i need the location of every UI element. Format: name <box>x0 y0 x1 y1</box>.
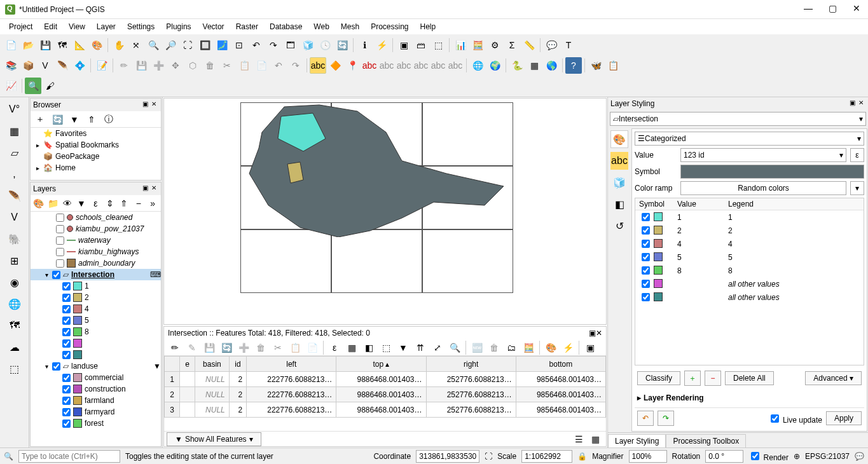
menu-vector[interactable]: Vector <box>198 21 230 32</box>
label-highlight-icon[interactable]: abc <box>361 57 378 74</box>
layer-visibility-checkbox[interactable] <box>52 362 60 371</box>
value-expression-button[interactable]: ε <box>850 148 864 162</box>
crs-button[interactable]: EPSG:21037 <box>805 452 850 461</box>
styling-close-icon[interactable]: ✕ <box>857 99 865 108</box>
row-header[interactable]: 2 <box>165 387 180 402</box>
cell[interactable] <box>180 387 195 402</box>
add-raster-icon[interactable]: ▦ <box>5 121 24 140</box>
new-project-icon[interactable]: 📄 <box>3 37 19 53</box>
attr-save-icon[interactable]: 💾 <box>201 339 217 356</box>
column-header[interactable]: right <box>426 357 516 372</box>
attr-deselect-icon[interactable]: ⬚ <box>378 339 394 356</box>
class-legend[interactable]: 2 <box>724 224 864 237</box>
label-hide-icon[interactable]: abc <box>447 57 464 74</box>
attr-move-top-icon[interactable]: ⇈ <box>412 339 429 356</box>
maximize-button[interactable]: ▢ <box>826 3 839 16</box>
locator-input[interactable] <box>18 450 120 463</box>
zoom-native-icon[interactable]: ⊡ <box>231 37 247 53</box>
identify-icon[interactable]: ℹ <box>356 37 373 53</box>
temporal-controller-icon[interactable]: 🕓 <box>317 37 333 53</box>
python-console-icon[interactable]: 🐍 <box>509 57 525 74</box>
class-visibility-checkbox[interactable] <box>62 328 71 336</box>
class-checkbox[interactable] <box>642 253 650 261</box>
class-item[interactable]: 8 <box>85 327 89 336</box>
add-wfs-icon[interactable]: ⬚ <box>5 359 24 378</box>
attr-addfeature-icon[interactable]: ➕ <box>235 339 252 356</box>
extents-icon[interactable]: ⛶ <box>485 452 492 461</box>
style-manager-icon[interactable]: 🎨 <box>88 37 105 53</box>
add-mesh-icon[interactable]: ▱ <box>5 143 24 162</box>
menu-processing[interactable]: Processing <box>366 21 413 32</box>
add-delimited-icon[interactable]: , <box>5 165 24 184</box>
layer-item[interactable]: kiambu_highways <box>78 247 139 256</box>
action-icon[interactable]: ⚡ <box>373 37 390 53</box>
close-button[interactable]: ✕ <box>850 3 863 16</box>
globe-icon[interactable]: 🌎 <box>543 57 560 74</box>
attr-form-view-icon[interactable]: ☰ <box>570 431 587 447</box>
attr-pan-sel-icon[interactable]: ⤢ <box>429 339 446 356</box>
attr-delete-icon[interactable]: 🗑 <box>252 339 269 356</box>
label-move-icon[interactable]: abc <box>378 57 395 74</box>
class-item[interactable]: 4 <box>85 304 89 313</box>
cut-features-icon[interactable]: ✂ <box>219 57 235 74</box>
layers-close-icon[interactable]: ✕ <box>149 184 158 193</box>
map-canvas[interactable] <box>163 98 607 325</box>
add-spatialite-icon[interactable]: 🪶 <box>5 186 24 205</box>
cell[interactable]: 9886468.001403… <box>336 372 426 387</box>
attribute-table-grid[interactable]: ebasinidlefttop ▴rightbottom 1NULL222277… <box>164 356 606 418</box>
browser-filter-icon[interactable]: ▼ <box>66 111 83 128</box>
cell[interactable]: 222776.6088213… <box>247 387 336 402</box>
attr-actions-icon[interactable]: ⚡ <box>560 339 576 356</box>
open-project-icon[interactable]: 📂 <box>20 37 36 53</box>
new-virtual-layer-icon[interactable]: 💠 <box>71 57 88 74</box>
measure-icon[interactable]: 📏 <box>521 37 537 53</box>
coord-input[interactable] <box>416 450 479 463</box>
class-checkbox[interactable] <box>642 213 650 221</box>
annotation-icon[interactable]: T <box>560 37 577 53</box>
menu-raster[interactable]: Raster <box>231 21 263 32</box>
attr-cut-icon[interactable]: ✂ <box>270 339 286 356</box>
layer-item[interactable]: kiambu_pow_21037 <box>76 224 144 233</box>
new-3d-view-icon[interactable]: 🧊 <box>300 37 316 53</box>
attr-reload-icon[interactable]: 🔄 <box>218 339 235 356</box>
attr-delfield-icon[interactable]: 🗑 <box>486 339 502 356</box>
deselect-icon[interactable]: ⬚ <box>430 37 446 53</box>
label-change-icon[interactable]: abc <box>413 57 429 74</box>
magnifier-input[interactable] <box>629 450 667 463</box>
cell[interactable]: 252776.6088213… <box>426 402 516 418</box>
class-value[interactable]: 1 <box>673 210 724 224</box>
add-postgis-icon[interactable]: 🐘 <box>5 229 24 249</box>
attr-fieldcalc-icon[interactable]: 🧮 <box>520 339 537 356</box>
menu-plugins[interactable]: Plugins <box>161 21 196 32</box>
messages-icon[interactable]: 💬 <box>855 452 864 461</box>
new-map-view-icon[interactable]: 🗔 <box>282 37 299 53</box>
layer-visibility-checkbox[interactable] <box>56 259 64 268</box>
attr-filter-sel-icon[interactable]: ▼ <box>395 339 411 356</box>
attr-table-view-icon[interactable]: ▦ <box>587 431 603 447</box>
class-checkbox[interactable] <box>642 293 650 301</box>
zoom-selection-icon[interactable]: 🔲 <box>196 37 213 53</box>
cell[interactable]: 9856468.001403… <box>516 402 605 418</box>
class-item[interactable]: construction <box>85 385 126 393</box>
3dview-tab-icon[interactable]: 🧊 <box>610 174 628 191</box>
attr-invert-sel-icon[interactable]: ◧ <box>361 339 377 356</box>
node-tool-icon[interactable]: ⬡ <box>184 57 201 74</box>
cell[interactable]: NULL <box>195 387 230 402</box>
class-visibility-checkbox[interactable] <box>62 385 71 393</box>
layers-add-group-icon[interactable]: 📁 <box>46 195 59 212</box>
value-combo[interactable]: 123 id▾ <box>680 148 846 162</box>
quick-query-icon[interactable]: 🖌 <box>42 78 59 94</box>
render-checkbox[interactable]: Render <box>748 450 789 462</box>
browser-undock-icon[interactable]: ▣ <box>141 100 149 109</box>
toggle-editing-icon[interactable]: ✏ <box>116 57 132 74</box>
attr-zoom-sel-icon[interactable]: 🔍 <box>446 339 463 356</box>
live-update-checkbox[interactable]: Live update <box>768 413 822 425</box>
cell[interactable]: 252776.6088213… <box>426 387 516 402</box>
attr-newfield-icon[interactable]: 🆕 <box>469 339 485 356</box>
class-item[interactable]: forest <box>85 419 104 428</box>
cell[interactable]: 222776.6088213… <box>247 402 336 418</box>
scale-lock-icon[interactable]: 🔒 <box>577 452 587 461</box>
menu-settings[interactable]: Settings <box>122 21 160 32</box>
apply-button[interactable]: Apply <box>826 411 862 425</box>
zoom-full-icon[interactable]: ⛶ <box>179 37 196 53</box>
